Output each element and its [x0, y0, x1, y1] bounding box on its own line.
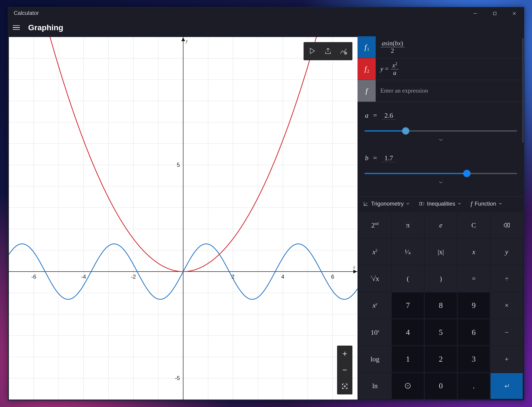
variable-a-slider[interactable]: [365, 128, 517, 134]
keypad: 2nd π e C x2 ¹⁄ₓ |x| x y ²√x ( ) = ÷: [358, 211, 524, 400]
key-9[interactable]: 9: [458, 293, 490, 318]
key-pi[interactable]: π: [392, 212, 424, 238]
key-1[interactable]: 1: [392, 346, 424, 372]
key-ten-power[interactable]: 10x: [359, 319, 391, 345]
key-4[interactable]: 4: [392, 319, 424, 345]
svg-text:-4: -4: [81, 274, 86, 280]
equation-color-badge-2[interactable]: f2: [358, 58, 376, 80]
variable-b-value[interactable]: 1.7: [382, 154, 396, 162]
svg-marker-40: [181, 38, 185, 41]
variable-b-slider[interactable]: [365, 171, 517, 177]
graph-toolbar: [304, 42, 352, 60]
function-dropdown[interactable]: f Function: [471, 200, 502, 207]
key-negate[interactable]: [392, 373, 424, 399]
zoom-fit-button[interactable]: [337, 378, 352, 394]
equation-color-badge-1[interactable]: f1: [358, 36, 376, 58]
svg-text:6: 6: [331, 274, 334, 280]
equation-new-badge[interactable]: f: [358, 80, 376, 102]
key-x-squared[interactable]: x2: [359, 239, 391, 265]
key-enter[interactable]: [491, 373, 523, 399]
variables-panel: a = 2.6 b =: [358, 102, 524, 196]
variable-b-expand[interactable]: [365, 181, 517, 185]
function-category-row: Trigonometry Inequalities f Function: [358, 196, 524, 211]
key-second[interactable]: 2nd: [359, 212, 391, 238]
key-3[interactable]: 3: [458, 346, 490, 372]
trigonometry-dropdown[interactable]: Trigonometry: [363, 201, 410, 207]
zoom-out-button[interactable]: [337, 362, 352, 378]
equation-expression-2[interactable]: y = x2a: [376, 58, 524, 80]
graph-canvas[interactable]: -6-4-22465-5 y x: [9, 37, 358, 399]
key-absolute[interactable]: |x|: [425, 239, 457, 265]
x-axis-label: x: [353, 265, 355, 270]
inequalities-dropdown[interactable]: Inequalities: [419, 201, 461, 207]
title-bar[interactable]: Calculator: [8, 7, 524, 19]
key-decimal[interactable]: .: [458, 373, 490, 399]
equation-row-new[interactable]: f Enter an expression: [358, 80, 524, 102]
key-e[interactable]: e: [425, 212, 457, 238]
key-7[interactable]: 7: [392, 293, 424, 318]
key-minus[interactable]: −: [491, 319, 523, 345]
key-root[interactable]: ²√x: [359, 266, 391, 292]
equation-row-2[interactable]: f2 y = x2a: [358, 58, 524, 80]
maximize-button[interactable]: [485, 7, 505, 20]
key-6[interactable]: 6: [458, 319, 490, 345]
slider-thumb-b[interactable]: [463, 170, 470, 177]
app-window: Calculator Graphing -: [8, 7, 524, 400]
key-log[interactable]: log: [359, 346, 391, 372]
svg-text:5: 5: [177, 162, 180, 168]
svg-point-53: [344, 386, 345, 387]
share-button[interactable]: [320, 44, 336, 59]
svg-rect-55: [422, 202, 424, 205]
svg-rect-1: [493, 12, 496, 15]
key-ln[interactable]: ln: [359, 373, 391, 399]
key-backspace[interactable]: [491, 212, 523, 238]
key-2[interactable]: 2: [425, 346, 457, 372]
scrollbar-thumb[interactable]: [522, 38, 524, 143]
key-lparen[interactable]: (: [392, 266, 424, 292]
side-panel: f1 asin(bx)2 f2 y = x2a f: [358, 36, 524, 400]
mode-title[interactable]: Graphing: [28, 23, 63, 32]
variable-a-name: a: [365, 111, 368, 119]
expression-input[interactable]: Enter an expression: [376, 80, 524, 102]
key-rparen[interactable]: ): [425, 266, 457, 292]
key-5[interactable]: 5: [425, 319, 457, 345]
variable-a-expand[interactable]: [365, 138, 517, 142]
mode-header: Graphing: [8, 19, 524, 36]
key-multiply[interactable]: ×: [491, 293, 523, 318]
close-button[interactable]: [505, 7, 524, 20]
svg-text:-2: -2: [131, 274, 136, 280]
svg-rect-54: [420, 202, 422, 205]
key-reciprocal[interactable]: ¹⁄ₓ: [392, 239, 424, 265]
y-axis-label: y: [186, 38, 188, 44]
zoom-in-button[interactable]: [337, 346, 352, 362]
equation-expression-1[interactable]: asin(bx)2: [376, 36, 524, 58]
equation-row-1[interactable]: f1 asin(bx)2: [358, 36, 524, 58]
variable-a-value[interactable]: 2.6: [382, 111, 396, 119]
minimize-button[interactable]: [465, 7, 485, 20]
graph-options-button[interactable]: [336, 44, 351, 59]
key-8[interactable]: 8: [425, 293, 457, 318]
variable-b-name: b: [365, 154, 368, 162]
variable-a: a = 2.6: [365, 111, 517, 142]
svg-marker-39: [353, 270, 357, 274]
key-plus[interactable]: +: [491, 346, 523, 372]
key-equals[interactable]: =: [458, 266, 490, 292]
key-y-var[interactable]: y: [491, 239, 523, 265]
slider-thumb-a[interactable]: [402, 127, 409, 134]
plot-svg: -6-4-22465-5: [9, 37, 358, 399]
svg-text:-5: -5: [175, 375, 180, 381]
zoom-controls: [337, 346, 352, 394]
hamburger-menu-button[interactable]: [13, 23, 22, 32]
trace-tool-button[interactable]: [305, 44, 320, 59]
app-title: Calculator: [14, 10, 39, 16]
key-clear[interactable]: C: [458, 212, 490, 238]
svg-text:4: 4: [281, 274, 284, 280]
svg-text:-6: -6: [31, 274, 36, 280]
key-x-var[interactable]: x: [458, 239, 490, 265]
key-0[interactable]: 0: [425, 373, 457, 399]
key-divide[interactable]: ÷: [491, 266, 523, 292]
key-x-to-y[interactable]: xy: [359, 293, 391, 318]
variable-b: b = 1.7: [365, 154, 517, 185]
